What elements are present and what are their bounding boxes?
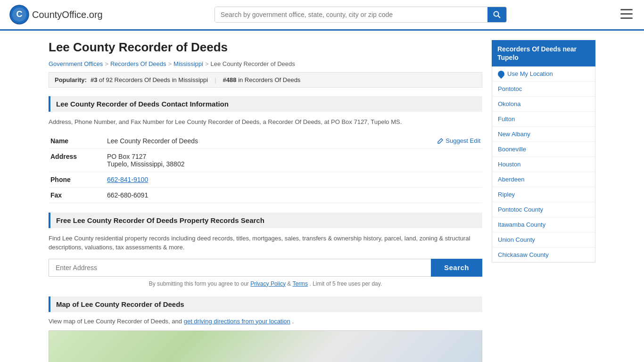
map-section-header: Map of Lee County Recorder of Deeds xyxy=(49,296,482,312)
breadcrumb: Government Offices > Recorders Of Deeds … xyxy=(49,60,482,67)
logo-icon: C xyxy=(9,5,29,25)
terms-link[interactable]: Terms xyxy=(292,280,308,287)
hamburger-icon xyxy=(620,9,633,19)
property-search-section: Free Lee County Recorder Of Deeds Proper… xyxy=(49,213,482,287)
hamburger-menu-button[interactable] xyxy=(619,7,635,23)
fax-label: Fax xyxy=(49,187,105,203)
popularity-separator: | xyxy=(215,76,216,83)
header-search-input[interactable] xyxy=(215,7,487,22)
driving-directions-link[interactable]: get driving directions from your locatio… xyxy=(184,318,290,325)
contact-fax-row: Fax 662-680-6091 xyxy=(49,187,482,203)
sidebar-item-itawamba-county: Itawamba County xyxy=(492,217,595,232)
contact-section: Lee County Recorder of Deeds Contact Inf… xyxy=(49,96,482,203)
sidebar-link-ripley[interactable]: Ripley xyxy=(498,191,515,198)
contact-address-row: Address PO Box 7127 Tupelo, Mississippi,… xyxy=(49,148,482,172)
sidebar-use-my-location[interactable]: Use My Location xyxy=(492,66,595,82)
svg-rect-7 xyxy=(620,13,633,15)
name-label: Name xyxy=(49,133,105,149)
contact-phone-row: Phone 662-841-9100 xyxy=(49,172,482,187)
breadcrumb-sep-2: > xyxy=(168,60,172,67)
phone-link[interactable]: 662-841-9100 xyxy=(107,176,148,183)
sidebar-item-pontotoc-county: Pontotoc County xyxy=(492,202,595,217)
sidebar-link-new-albany[interactable]: New Albany xyxy=(498,131,530,138)
privacy-policy-link[interactable]: Privacy Policy xyxy=(250,280,286,287)
sidebar-item-booneville: Booneville xyxy=(492,142,595,157)
svg-line-5 xyxy=(498,16,500,18)
sidebar-link-pontotoc[interactable]: Pontotoc xyxy=(498,85,522,92)
popularity-bar: Popularity: #3 of 92 Recorders Of Deeds … xyxy=(49,72,482,88)
sidebar-item-fulton: Fulton xyxy=(492,112,595,127)
popularity-rank2: #488 in Recorders Of Deeds xyxy=(223,76,301,83)
use-my-location-link[interactable]: Use My Location xyxy=(507,70,553,77)
phone-value: 662-841-9100 xyxy=(105,172,482,187)
sidebar-item-houston: Houston xyxy=(492,157,595,172)
logo[interactable]: C CountyOffice.org xyxy=(9,5,103,25)
property-section-header: Free Lee County Recorder Of Deeds Proper… xyxy=(49,213,482,228)
address-value: PO Box 7127 Tupelo, Mississippi, 38802 xyxy=(105,148,482,172)
sidebar-link-union-county[interactable]: Union County xyxy=(498,236,535,243)
name-value: Lee County Recorder of Deeds xyxy=(107,137,198,145)
contact-description: Address, Phone Number, and Fax Number fo… xyxy=(49,117,482,127)
breadcrumb-sep-3: > xyxy=(205,60,209,67)
popularity-rank1: #3 of 92 Recorders Of Deeds in Mississip… xyxy=(91,76,208,83)
map-placeholder xyxy=(49,330,482,362)
contact-table: Name Lee County Recorder of Deeds Sugges… xyxy=(49,133,482,203)
property-search-button[interactable]: Search xyxy=(431,259,482,277)
search-icon xyxy=(493,11,501,18)
map-description: View map of Lee County Recorder of Deeds… xyxy=(49,318,482,325)
sidebar-item-ripley: Ripley xyxy=(492,187,595,202)
property-search-form: Search xyxy=(49,259,482,277)
svg-rect-8 xyxy=(620,17,633,19)
sidebar-title: Recorders Of Deeds near Tupelo xyxy=(492,40,595,66)
sidebar-link-houston[interactable]: Houston xyxy=(498,161,520,168)
map-section: Map of Lee County Recorder of Deeds View… xyxy=(49,296,482,362)
contact-section-header: Lee County Recorder of Deeds Contact Inf… xyxy=(49,96,482,112)
map-image xyxy=(49,331,482,362)
address-search-input[interactable] xyxy=(49,259,431,277)
breadcrumb-sep-1: > xyxy=(105,60,108,67)
main-container: Lee County Recorder of Deeds Government … xyxy=(39,31,605,362)
sidebar-item-new-albany: New Albany xyxy=(492,127,595,142)
content-area: Lee County Recorder of Deeds Government … xyxy=(49,40,482,362)
sidebar-item-pontotoc: Pontotoc xyxy=(492,82,595,97)
header-search-box xyxy=(215,7,507,23)
sidebar-link-booneville[interactable]: Booneville xyxy=(498,146,526,153)
property-description: Find Lee County residential property rec… xyxy=(49,234,482,252)
sidebar: Recorders Of Deeds near Tupelo Use My Lo… xyxy=(492,40,595,362)
sidebar-link-fulton[interactable]: Fulton xyxy=(498,115,515,123)
sidebar-link-aberdeen[interactable]: Aberdeen xyxy=(498,176,524,183)
breadcrumb-item-recorders[interactable]: Recorders Of Deeds xyxy=(110,60,166,67)
sidebar-item-union-county: Union County xyxy=(492,232,595,247)
form-disclaimer: By submitting this form you agree to our… xyxy=(49,280,482,287)
sidebar-link-itawamba-county[interactable]: Itawamba County xyxy=(498,221,545,228)
header: C CountyOffice.org xyxy=(0,0,644,31)
location-pin-icon xyxy=(496,69,506,79)
breadcrumb-item-mississippi[interactable]: Mississippi xyxy=(173,60,203,67)
address-label: Address xyxy=(49,148,105,172)
logo-text: CountyOffice.org xyxy=(32,9,103,20)
contact-name-row: Name Lee County Recorder of Deeds Sugges… xyxy=(49,133,482,149)
name-value-cell: Lee County Recorder of Deeds Suggest Edi… xyxy=(105,133,482,149)
sidebar-link-okolona[interactable]: Okolona xyxy=(498,100,520,107)
page-title: Lee County Recorder of Deeds xyxy=(49,40,482,55)
sidebar-item-aberdeen: Aberdeen xyxy=(492,172,595,187)
breadcrumb-item-current: Lee County Recorder of Deeds xyxy=(211,60,295,67)
sidebar-link-pontotoc-county[interactable]: Pontotoc County xyxy=(498,206,543,213)
sidebar-list: Use My Location Pontotoc Okolona Fulton … xyxy=(492,66,595,263)
header-search-button[interactable] xyxy=(487,7,506,22)
svg-point-4 xyxy=(494,12,498,16)
sidebar-item-chickasaw-county: Chickasaw County xyxy=(492,247,595,262)
sidebar-item-okolona: Okolona xyxy=(492,97,595,112)
popularity-label: Popularity: xyxy=(55,76,87,83)
fax-value: 662-680-6091 xyxy=(105,187,482,203)
breadcrumb-item-gov-offices[interactable]: Government Offices xyxy=(49,60,103,67)
edit-icon xyxy=(437,138,444,144)
phone-label: Phone xyxy=(49,172,105,187)
svg-rect-6 xyxy=(620,9,633,10)
suggest-edit-link[interactable]: Suggest Edit xyxy=(437,137,480,144)
sidebar-link-chickasaw-county[interactable]: Chickasaw County xyxy=(498,251,549,258)
svg-text:C: C xyxy=(17,9,23,19)
